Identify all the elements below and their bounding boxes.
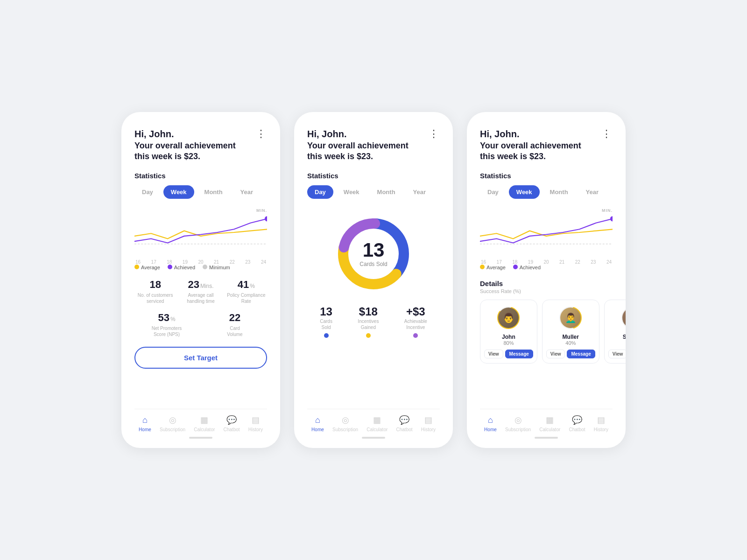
nav-label-home-3: Home [484, 427, 497, 432]
nav-home-1[interactable]: ⌂ Home [139, 415, 151, 432]
phone-1-header: Hi, John. Your overall achievement this … [134, 129, 267, 162]
chart-min-label-1: MIN. [256, 208, 267, 213]
nav-label-calc-1: Calculator [194, 427, 215, 432]
tab-day-3[interactable]: Day [480, 185, 506, 199]
nav-calculator-2[interactable]: ▦ Calculator [366, 415, 388, 432]
subscription-icon-2: ◎ [342, 415, 349, 425]
agent-percent-muller: 40% [546, 340, 595, 346]
phone-2: Hi, John. Your overall achievement this … [294, 112, 453, 448]
nav-subscription-3[interactable]: ◎ Subscription [505, 415, 531, 432]
legend-achieved-1: Achieved [168, 265, 195, 270]
agent-avatar-john: 👨 [496, 306, 521, 330]
nav-label-calc-2: Calculator [366, 427, 388, 432]
agent-actions-stanley: View Message [608, 350, 626, 358]
view-button-john[interactable]: View [484, 350, 503, 358]
agents-grid: 👨 John 80% View Message [480, 300, 613, 364]
calculator-icon-1: ▦ [200, 415, 208, 425]
menu-dots-3[interactable]: ⋮ [601, 129, 613, 139]
chart-min-label-3: MIN. [602, 208, 613, 213]
donut-container: 13 Cards Sold [307, 212, 440, 296]
agent-actions-muller: View Message [546, 350, 595, 358]
tab-day-1[interactable]: Day [134, 185, 161, 199]
subscription-icon-3: ◎ [514, 415, 522, 425]
avatar-face-muller: 👨‍🦱 [560, 308, 581, 328]
stats-title-2: Statistics [307, 172, 440, 180]
nav-history-1[interactable]: ▤ History [248, 415, 263, 432]
nav-subscription-1[interactable]: ◎ Subscription [160, 415, 185, 432]
phone-3-header: Hi, John. Your overall achievement this … [480, 129, 613, 162]
subscription-icon-1: ◎ [169, 415, 176, 425]
metric-cards-dot [324, 333, 329, 338]
tab-month-3[interactable]: Month [543, 185, 576, 199]
tab-year-3[interactable]: Year [578, 185, 606, 199]
tab-year-1[interactable]: Year [233, 185, 261, 199]
donut-label: Cards Sold [359, 261, 387, 267]
nav-home-2[interactable]: ⌂ Home [311, 415, 324, 432]
tab-week-3[interactable]: Week [509, 185, 540, 199]
history-icon-2: ▤ [424, 415, 432, 425]
svg-point-0 [265, 216, 267, 221]
nav-history-2[interactable]: ▤ History [421, 415, 436, 432]
nav-label-home-1: Home [139, 427, 151, 432]
nav-history-3[interactable]: ▤ History [594, 415, 608, 432]
nav-label-sub-2: Subscription [332, 427, 358, 432]
stats-grid-1: 18 No. of customersserviced 23Mins. Aver… [134, 279, 267, 304]
chart-legend-3: Average Achieved [480, 265, 613, 270]
greeting-name-2: Hi, John. [307, 129, 409, 140]
stats-title-3: Statistics [480, 172, 613, 180]
metric-incentives-dot [366, 333, 371, 338]
metric-cards-sold: 13 CardsSold [320, 305, 332, 338]
details-section: Details Success Rate (%) 👨 John 80% [480, 280, 613, 364]
nav-label-chat-3: Chatbot [569, 427, 585, 432]
agent-name-muller: Muller [546, 334, 595, 340]
nav-calculator-1[interactable]: ▦ Calculator [194, 415, 215, 432]
menu-dots-2[interactable]: ⋮ [429, 129, 440, 139]
greeting-name-1: Hi, John. [134, 129, 236, 140]
view-button-stanley[interactable]: View [608, 350, 626, 358]
message-button-john[interactable]: Message [505, 350, 533, 358]
tab-week-1[interactable]: Week [163, 185, 194, 199]
bottom-nav-3: ⌂ Home ◎ Subscription ▦ Calculator 💬 Cha… [480, 409, 613, 432]
tab-day-2[interactable]: Day [307, 185, 333, 199]
scroll-indicator-2 [362, 437, 385, 439]
home-icon-2: ⌂ [315, 415, 320, 425]
chart-x-labels-1: 16 17 18 19 20 21 22 23 24 [134, 259, 267, 265]
chart-area-1: MIN. [134, 207, 267, 251]
metric-incentives: $18 IncentivesGained [358, 305, 379, 338]
message-button-muller[interactable]: Message [567, 350, 595, 358]
nav-chatbot-1[interactable]: 💬 Chatbot [224, 415, 240, 432]
svg-point-6 [610, 216, 613, 221]
donut-chart: 13 Cards Sold [331, 212, 416, 296]
tab-month-1[interactable]: Month [197, 185, 230, 199]
legend-dot-ach-3 [513, 265, 518, 269]
stats-title-1: Statistics [134, 172, 267, 180]
agent-card-john: 👨 John 80% View Message [480, 300, 537, 364]
menu-dots-1[interactable]: ⋮ [256, 129, 267, 139]
details-subtitle: Success Rate (%) [480, 288, 613, 294]
nav-chatbot-2[interactable]: 💬 Chatbot [396, 415, 413, 432]
tab-month-2[interactable]: Month [370, 185, 403, 199]
metric-achievable-dot [413, 333, 418, 338]
chart-x-labels-3: 16 17 18 19 20 21 22 23 24 [480, 259, 613, 265]
metric-incentives-value: $18 [358, 305, 379, 318]
tab-week-2[interactable]: Week [336, 185, 367, 199]
greeting-sub-1: Your overall achievement this week is $2… [134, 140, 236, 162]
nav-home-3[interactable]: ⌂ Home [484, 415, 497, 432]
nav-chatbot-3[interactable]: 💬 Chatbot [569, 415, 585, 432]
greeting-name-3: Hi, John. [480, 129, 581, 140]
phone-1-greeting: Hi, John. Your overall achievement this … [134, 129, 236, 162]
legend-dot-min-1 [203, 265, 207, 269]
stat-call-time: 23Mins. Average callhandling time [180, 279, 221, 304]
legend-average-1: Average [134, 265, 160, 270]
nav-subscription-2[interactable]: ◎ Subscription [332, 415, 358, 432]
details-title: Details [480, 280, 613, 287]
metric-incentives-label: IncentivesGained [358, 318, 379, 330]
nav-calculator-3[interactable]: ▦ Calculator [539, 415, 560, 432]
chart-svg-1 [134, 207, 267, 249]
bottom-nav-1: ⌂ Home ◎ Subscription ▦ Calculator 💬 Cha… [134, 409, 267, 432]
nav-label-sub-3: Subscription [505, 427, 531, 432]
view-button-muller[interactable]: View [546, 350, 565, 358]
tab-year-2[interactable]: Year [406, 185, 433, 199]
set-target-button[interactable]: Set Target [134, 347, 267, 369]
tab-bar-3: Day Week Month Year [480, 185, 613, 199]
